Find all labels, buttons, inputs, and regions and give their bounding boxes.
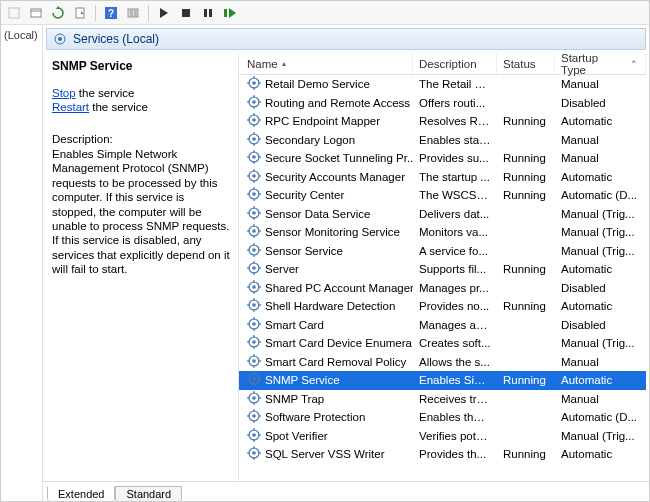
column-name[interactable]: Name▴ [241, 53, 413, 74]
service-name: Sensor Monitoring Service [265, 226, 400, 238]
service-gear-icon [247, 391, 261, 407]
svg-rect-11 [209, 9, 212, 17]
column-description[interactable]: Description [413, 53, 497, 74]
service-row[interactable]: Sensor ServiceA service fo...Manual (Tri… [239, 242, 646, 261]
chevron-up-icon: ⌃ [629, 59, 639, 69]
toolbar-divider [95, 5, 96, 21]
service-status: Running [497, 374, 555, 386]
restart-icon[interactable] [221, 4, 239, 22]
svg-rect-12 [224, 9, 227, 17]
main-area: (Local) Services (Local) SNMP Service St… [1, 25, 649, 501]
service-startup: Manual [555, 393, 645, 405]
svg-point-106 [252, 359, 256, 363]
svg-point-22 [252, 100, 256, 104]
columns-icon[interactable] [124, 4, 142, 22]
service-row[interactable]: SQL Server VSS WriterProvides th...Runni… [239, 445, 646, 464]
column-startup-type[interactable]: Startup Type⌃ [555, 53, 646, 74]
service-row[interactable]: Secondary LogonEnables star...Manual [239, 131, 646, 150]
stop-link[interactable]: Stop [52, 87, 76, 99]
grid-body[interactable]: Retail Demo ServiceThe Retail D...Manual… [239, 75, 646, 481]
service-row[interactable]: Smart CardManages ac...Disabled [239, 316, 646, 335]
tab-standard[interactable]: Standard [115, 486, 182, 501]
service-name: Software Protection [265, 411, 365, 423]
svg-rect-10 [204, 9, 207, 17]
service-name: SNMP Trap [265, 393, 324, 405]
service-name: SQL Server VSS Writer [265, 448, 385, 460]
service-row[interactable]: SNMP TrapReceives tra...Manual [239, 390, 646, 409]
column-status[interactable]: Status [497, 53, 555, 74]
service-description: Provides no... [413, 300, 497, 312]
service-description: Provides su... [413, 152, 497, 164]
service-row[interactable]: Smart Card Removal PolicyAllows the s...… [239, 353, 646, 372]
service-gear-icon [247, 187, 261, 203]
back-icon[interactable] [5, 4, 23, 22]
service-name: Routing and Remote Access [265, 97, 410, 109]
svg-point-16 [252, 81, 256, 85]
svg-rect-1 [31, 9, 41, 17]
service-description: Delivers dat... [413, 208, 497, 220]
service-row[interactable]: Software ProtectionEnables the ...Automa… [239, 408, 646, 427]
svg-point-136 [252, 451, 256, 455]
service-startup: Manual (Trig... [555, 245, 645, 257]
service-startup: Disabled [555, 282, 645, 294]
grid-header: Name▴ Description Status Startup Type⌃ [239, 53, 646, 75]
service-gear-icon [247, 446, 261, 462]
help-icon[interactable]: ? [102, 4, 120, 22]
service-row[interactable]: Sensor Data ServiceDelivers dat...Manual… [239, 205, 646, 224]
service-row[interactable]: Smart Card Device Enumera...Creates soft… [239, 334, 646, 353]
service-startup: Manual (Trig... [555, 226, 645, 238]
service-row[interactable]: Secure Socket Tunneling Pr...Provides su… [239, 149, 646, 168]
svg-point-34 [252, 137, 256, 141]
service-row[interactable]: Spot VerifierVerifies pote...Manual (Tri… [239, 427, 646, 446]
service-row[interactable]: Routing and Remote AccessOffers routi...… [239, 94, 646, 113]
start-icon[interactable] [155, 4, 173, 22]
restart-link[interactable]: Restart [52, 101, 89, 113]
selected-service-title: SNMP Service [52, 59, 230, 73]
service-row[interactable]: Security Accounts ManagerThe startup ...… [239, 168, 646, 187]
service-row[interactable]: SNMP ServiceEnables Sim...RunningAutomat… [239, 371, 646, 390]
service-startup: Automatic (D... [555, 411, 645, 423]
svg-point-14 [58, 37, 62, 41]
service-row[interactable]: RPC Endpoint MapperResolves RP...Running… [239, 112, 646, 131]
service-description: Manages pr... [413, 282, 497, 294]
service-row[interactable]: ServerSupports fil...RunningAutomatic [239, 260, 646, 279]
service-name: Server [265, 263, 299, 275]
service-name: Retail Demo Service [265, 78, 370, 90]
svg-point-94 [252, 322, 256, 326]
service-row[interactable]: Security CenterThe WSCSV...RunningAutoma… [239, 186, 646, 205]
service-description: A service fo... [413, 245, 497, 257]
svg-point-70 [252, 248, 256, 252]
export-icon[interactable] [71, 4, 89, 22]
service-description: The Retail D... [413, 78, 497, 90]
service-gear-icon [247, 132, 261, 148]
service-description: Enables Sim... [413, 374, 497, 386]
svg-point-124 [252, 414, 256, 418]
service-description: Allows the s... [413, 356, 497, 368]
service-status: Running [497, 263, 555, 275]
service-row[interactable]: Shared PC Account ManagerManages pr...Di… [239, 279, 646, 298]
pause-icon[interactable] [199, 4, 217, 22]
properties-icon[interactable] [27, 4, 45, 22]
tab-extended[interactable]: Extended [47, 486, 115, 501]
svg-point-40 [252, 155, 256, 159]
tree-node-local[interactable]: (Local) [4, 29, 38, 41]
tree-pane[interactable]: (Local) [1, 25, 43, 501]
pane-title: Services (Local) [73, 32, 159, 46]
service-startup: Automatic [555, 263, 645, 275]
refresh-icon[interactable] [49, 4, 67, 22]
service-gear-icon [247, 95, 261, 111]
stop-icon[interactable] [177, 4, 195, 22]
svg-point-64 [252, 229, 256, 233]
service-row[interactable]: Shell Hardware DetectionProvides no...Ru… [239, 297, 646, 316]
service-gear-icon [247, 206, 261, 222]
service-startup: Automatic [555, 115, 645, 127]
service-description: The startup ... [413, 171, 497, 183]
service-description: Offers routi... [413, 97, 497, 109]
service-row[interactable]: Retail Demo ServiceThe Retail D...Manual [239, 75, 646, 94]
service-startup: Manual [555, 152, 645, 164]
service-row[interactable]: Sensor Monitoring ServiceMonitors va...M… [239, 223, 646, 242]
svg-point-112 [252, 377, 256, 381]
description-label: Description: [52, 133, 230, 145]
svg-rect-8 [136, 9, 138, 17]
right-pane: Services (Local) SNMP Service Stop the s… [43, 25, 649, 501]
